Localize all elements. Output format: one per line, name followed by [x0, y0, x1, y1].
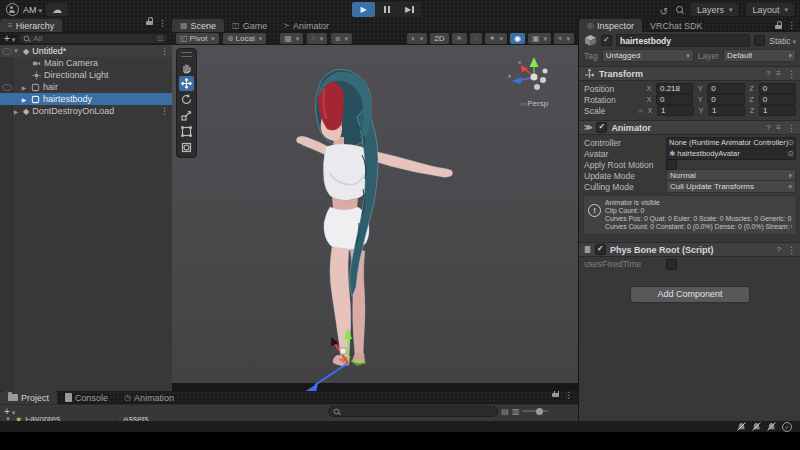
panel-menu-icon[interactable] — [787, 20, 796, 30]
hand-tool[interactable] — [179, 60, 194, 75]
uses-fixed-time-checkbox[interactable] — [666, 259, 677, 270]
position-x-field[interactable]: 0.218 — [656, 83, 693, 94]
gizmo-center-handle[interactable] — [340, 348, 347, 355]
camera-settings-dropdown[interactable]: ▣ — [528, 33, 551, 44]
panel-menu-icon[interactable] — [158, 12, 167, 30]
account-icon[interactable] — [6, 3, 19, 16]
muted-notification-icon[interactable] — [737, 422, 746, 431]
scene-visibility-toggle[interactable]: ◉ — [510, 33, 525, 44]
snap-dropdown[interactable]: ⌗ — [307, 33, 327, 44]
gizmos-dropdown[interactable]: ⌖ — [554, 33, 574, 44]
search-filter-icon[interactable]: ⊡ — [157, 35, 163, 43]
slider-knob[interactable] — [536, 408, 543, 415]
rotation-z-field[interactable]: 0 — [759, 94, 796, 105]
effects-dropdown[interactable]: ✦ — [485, 33, 507, 44]
thumbnail-size-slider[interactable] — [522, 410, 548, 412]
search-by-type-icon[interactable]: ▥ — [512, 407, 520, 416]
pivot-dropdown[interactable]: ◱Pivot — [176, 33, 219, 44]
gizmo-center[interactable] — [531, 74, 538, 81]
culling-mode-dropdown[interactable]: Cull Update Transforms — [666, 180, 796, 193]
panel-menu-icon[interactable] — [564, 391, 573, 402]
strip-drag-handle[interactable] — [181, 52, 192, 57]
tab-console[interactable]: Console — [57, 391, 116, 404]
object-picker-icon[interactable]: ⊙ — [787, 138, 794, 147]
scene-menu-icon[interactable] — [160, 106, 169, 116]
scale-x-field[interactable]: 1 — [657, 105, 694, 116]
presets-icon[interactable]: ≡ — [776, 123, 781, 132]
foldout-closed-icon[interactable]: ▶ — [20, 96, 28, 103]
foldout-closed-icon[interactable]: ▶ — [20, 84, 28, 91]
gizmo-z-cone[interactable] — [512, 77, 522, 84]
scene-lighting-toggle[interactable]: ☀ — [452, 33, 467, 44]
position-z-field[interactable]: 0 — [759, 83, 796, 94]
create-asset-button[interactable]: + — [4, 406, 15, 417]
handle-rotation-dropdown[interactable]: ⊕Local — [223, 33, 266, 44]
physbone-enabled-checkbox[interactable] — [595, 244, 606, 255]
muted-notification-icon[interactable] — [767, 422, 776, 431]
tab-inspector[interactable]: ◎Inspector — [579, 19, 642, 32]
play-button[interactable]: ▶ — [352, 2, 375, 17]
animator-header[interactable]: ≫ Animator ?≡ — [579, 120, 800, 135]
snap-increment-dropdown[interactable]: ⧈ — [331, 33, 352, 44]
transform-tool[interactable] — [179, 140, 194, 155]
physbone-header[interactable]: Phys Bone Root (Script) ? — [579, 242, 800, 257]
scene-menu-icon[interactable] — [160, 46, 169, 56]
cloud-services-button[interactable] — [46, 3, 68, 16]
scale-y-field[interactable]: 1 — [708, 105, 745, 116]
tab-project[interactable]: Project — [0, 391, 57, 404]
gizmo-back-axis[interactable] — [540, 77, 546, 83]
scene-visibility-icon[interactable] — [2, 48, 12, 55]
scale-tool[interactable] — [179, 108, 194, 123]
component-menu-icon[interactable] — [787, 245, 796, 255]
add-component-button[interactable]: Add Component — [630, 286, 750, 303]
active-checkbox[interactable] — [601, 35, 612, 46]
name-field[interactable]: hairtestbody — [616, 34, 750, 47]
animator-enabled-checkbox[interactable] — [596, 122, 607, 133]
project-search[interactable] — [328, 406, 498, 417]
progress-indicator-icon[interactable]: ✓ — [782, 422, 792, 432]
tab-game[interactable]: ◫Game — [224, 19, 275, 32]
tab-scene[interactable]: ▦Scene — [172, 19, 224, 32]
position-y-field[interactable]: 0 — [707, 83, 744, 94]
pick-toggle-icon[interactable] — [2, 84, 12, 91]
pause-button[interactable] — [375, 2, 398, 17]
tab-hierarchy[interactable]: ≡ Hierarchy — [0, 19, 62, 32]
search-icon[interactable] — [676, 6, 683, 13]
tag-dropdown[interactable]: Untagged — [602, 49, 694, 62]
lock-icon[interactable] — [775, 21, 782, 30]
controller-object-field[interactable]: None (Runtime Animator Controller)⊙ — [666, 137, 796, 149]
create-button[interactable]: + — [4, 33, 15, 44]
step-button[interactable]: ▶ — [398, 2, 421, 17]
2d-toggle[interactable]: 2D — [430, 33, 448, 44]
help-icon[interactable]: ? — [777, 245, 781, 254]
rotation-y-field[interactable]: 0 — [707, 94, 744, 105]
tab-vrchat-sdk[interactable]: VRChat SDK — [642, 19, 711, 32]
search-in-assets-icon[interactable]: ▤ — [501, 407, 509, 416]
move-tool[interactable] — [179, 76, 194, 91]
row-hair[interactable]: ▶ hair — [0, 81, 172, 93]
avatar-object-field[interactable]: ✱hairtestbodyAvatar⊙ — [666, 148, 796, 160]
rotation-x-field[interactable]: 0 — [656, 94, 693, 105]
tab-animator[interactable]: ≻Animator — [275, 19, 337, 32]
scale-z-field[interactable]: 1 — [759, 105, 796, 116]
apply-root-motion-checkbox[interactable] — [666, 159, 677, 170]
help-icon[interactable]: ? — [766, 123, 770, 132]
row-main-camera[interactable]: Main Camera — [0, 57, 172, 69]
gizmo-back-axis[interactable] — [543, 69, 548, 74]
layout-dropdown[interactable]: Layout — [746, 3, 794, 16]
lock-icon[interactable] — [552, 391, 559, 398]
gizmo-y-cone[interactable] — [530, 57, 539, 67]
foldout-open-icon[interactable]: ▼ — [12, 48, 20, 54]
scene-viewport[interactable]: x z ◅Persp — [172, 45, 578, 391]
static-dropdown[interactable]: Static — [769, 36, 796, 46]
help-icon[interactable]: ? — [766, 69, 770, 78]
rotate-tool[interactable] — [179, 92, 194, 107]
undo-history-icon[interactable] — [660, 1, 668, 19]
muted-notification-icon[interactable] — [752, 422, 761, 431]
scene-audio-toggle[interactable]: ♪ — [470, 33, 482, 44]
orientation-gizmo[interactable]: x z ◅Persp — [506, 51, 562, 108]
row-hairtestbody-selected[interactable]: ▶ hairtestbody — [0, 93, 172, 105]
project-search-input[interactable] — [343, 407, 493, 416]
hierarchy-search-input[interactable] — [33, 34, 154, 43]
layer-dropdown[interactable]: Default — [723, 49, 796, 62]
